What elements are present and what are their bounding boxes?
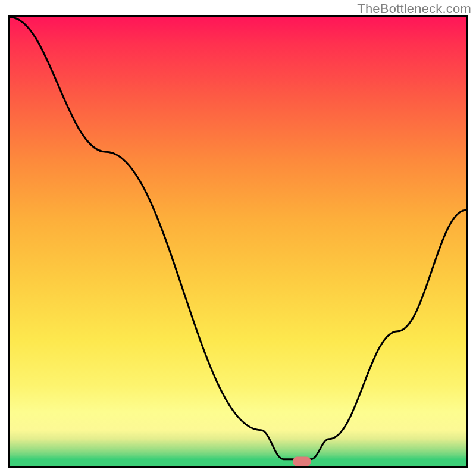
svg-rect-0	[293, 456, 311, 466]
plot-frame	[8, 15, 468, 468]
bottleneck-curve	[10, 17, 466, 466]
watermark-text: TheBottleneck.com	[357, 1, 471, 17]
chart-container: TheBottleneck.com	[0, 0, 476, 476]
